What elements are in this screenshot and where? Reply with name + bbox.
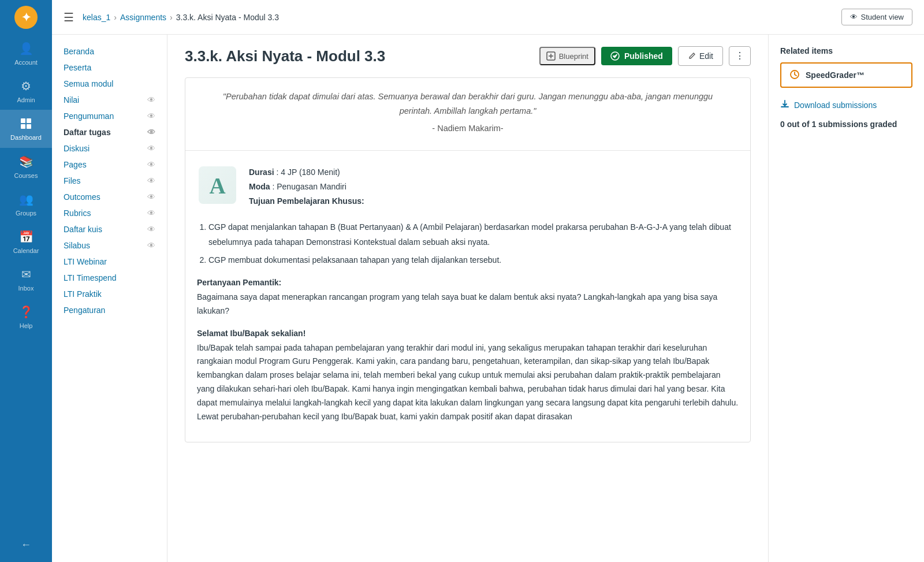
nav-diskusi[interactable]: Diskusi 👁: [52, 140, 167, 157]
topbar-right: 👁 Student view: [841, 9, 912, 25]
logo-icon: ✦: [14, 6, 38, 29]
durasi-line: Durasi : 4 JP (180 Menit): [249, 165, 364, 180]
breadcrumb-separator-2: ›: [170, 13, 173, 22]
nav-pages[interactable]: Pages 👁: [52, 157, 167, 173]
sidebar-item-help[interactable]: ❓ Help: [0, 298, 52, 336]
assignment-icon-block: A: [197, 165, 237, 206]
detail-header: A Durasi : 4 JP (180 Menit) Moda: [197, 165, 739, 209]
assignment-header: 3.3.k. Aksi Nyata - Modul 3.3 Blueprint: [185, 46, 751, 66]
sidebar-collapse-button[interactable]: ←: [0, 533, 52, 556]
nav-lti-timespend[interactable]: LTI Timespend: [52, 270, 167, 286]
published-button[interactable]: Published: [601, 47, 672, 65]
sidebar-item-account[interactable]: 👤 Account: [0, 35, 52, 72]
quote-section: "Perubahan tidak dapat dimulai dari atas…: [185, 78, 750, 151]
sidebar-item-admin-label: Admin: [17, 96, 35, 104]
course-nav: Beranda Peserta Semua modul Nilai 👁 Peng…: [52, 35, 167, 562]
courses-icon: 📚: [18, 154, 34, 170]
page-content: 3.3.k. Aksi Nyata - Modul 3.3 Blueprint: [167, 35, 924, 562]
topbar: ☰ kelas_1 › Assignments › 3.3.k. Aksi Ny…: [52, 0, 924, 35]
student-view-button[interactable]: 👁 Student view: [841, 9, 912, 25]
sidebar-item-groups[interactable]: 👥 Groups: [0, 185, 52, 223]
nav-lti-praktik[interactable]: LTI Praktik: [52, 286, 167, 302]
outcomes-eye-icon: 👁: [147, 192, 155, 202]
nav-nilai[interactable]: Nilai 👁: [52, 92, 167, 108]
nav-semua-modul[interactable]: Semua modul: [52, 76, 167, 92]
nav-files[interactable]: Files 👁: [52, 173, 167, 189]
download-submissions-link[interactable]: Download submissions: [780, 96, 912, 114]
breadcrumb: kelas_1 › Assignments › 3.3.k. Aksi Nyat…: [83, 13, 279, 22]
sidebar-item-inbox[interactable]: ✉ Inbox: [0, 260, 52, 298]
breadcrumb-current: 3.3.k. Aksi Nyata - Modul 3.3: [176, 13, 279, 22]
speedgrader-icon: [789, 69, 801, 81]
moda-line: Moda : Penugasan Mandiri: [249, 180, 364, 194]
nav-pengaturan[interactable]: Pengaturan: [52, 302, 167, 318]
sidebar-item-calendar-label: Calendar: [13, 247, 39, 255]
nav-lti-webinar[interactable]: LTI Webinar: [52, 254, 167, 270]
right-panel: Related items SpeedGrader™: [768, 35, 924, 562]
assignment-main: 3.3.k. Aksi Nyata - Modul 3.3 Blueprint: [167, 35, 768, 562]
sidebar-item-dashboard[interactable]: Dashboard: [0, 110, 52, 147]
nav-peserta[interactable]: Peserta: [52, 59, 167, 76]
inbox-icon: ✉: [18, 266, 34, 282]
blueprint-icon: [546, 51, 556, 61]
nav-daftar-tugas[interactable]: Daftar tugas 👁: [52, 124, 167, 140]
quote-text: "Perubahan tidak dapat dimulai dari atas…: [208, 90, 727, 118]
edit-icon: [688, 52, 696, 60]
svg-rect-3: [27, 124, 31, 129]
assignment-details: A Durasi : 4 JP (180 Menit) Moda: [185, 151, 750, 442]
detail-text: Durasi : 4 JP (180 Menit) Moda : Penugas…: [249, 165, 364, 209]
blueprint-button[interactable]: Blueprint: [539, 47, 595, 65]
main-container: ☰ kelas_1 › Assignments › 3.3.k. Aksi Ny…: [52, 0, 924, 562]
student-view-icon: 👁: [850, 13, 858, 21]
speedgrader-button[interactable]: SpeedGrader™: [780, 62, 912, 88]
sidebar-item-groups-label: Groups: [16, 210, 36, 217]
edit-button[interactable]: Edit: [678, 46, 723, 66]
admin-icon: ⚙: [18, 78, 34, 94]
student-view-label: Student view: [861, 13, 904, 21]
sidebar-item-courses-label: Courses: [14, 172, 38, 180]
related-items-title: Related items: [780, 46, 912, 55]
learning-list: CGP dapat menjalankan tahapan B (Buat Pe…: [208, 220, 739, 267]
hamburger-button[interactable]: ☰: [64, 10, 74, 24]
nav-outcomes[interactable]: Outcomes 👁: [52, 189, 167, 205]
svg-text:A: A: [209, 173, 225, 198]
selamat-text: Ibu/Bapak telah sampai pada tahapan pemb…: [197, 341, 739, 424]
silabus-eye-icon: 👁: [147, 241, 155, 250]
sidebar-item-calendar[interactable]: 📅 Calendar: [0, 223, 52, 260]
nav-beranda[interactable]: Beranda: [52, 43, 167, 59]
selamat-heading: Selamat Ibu/Bapak sekalian!: [197, 329, 739, 338]
sidebar-item-inbox-label: Inbox: [18, 285, 34, 292]
sidebar-item-courses[interactable]: 📚 Courses: [0, 148, 52, 185]
breadcrumb-course[interactable]: kelas_1: [83, 13, 110, 22]
nilai-eye-icon: 👁: [147, 95, 155, 105]
nav-rubrics[interactable]: Rubrics 👁: [52, 205, 167, 221]
download-submissions-label: Download submissions: [794, 101, 877, 110]
list-item: CGP dapat menjalankan tahapan B (Buat Pe…: [208, 220, 739, 249]
pages-eye-icon: 👁: [147, 160, 155, 169]
assignment-letter-icon: A: [199, 166, 236, 204]
quote-author: - Nadiem Makarim-: [208, 121, 727, 136]
sidebar-item-dashboard-label: Dashboard: [10, 134, 42, 142]
daftar-kuis-eye-icon: 👁: [147, 225, 155, 234]
nav-silabus[interactable]: Silabus 👁: [52, 237, 167, 254]
nav-pengumuman[interactable]: Pengumuman 👁: [52, 108, 167, 124]
collapse-icon: ←: [21, 539, 31, 551]
sidebar-item-admin[interactable]: ⚙ Admin: [0, 72, 52, 110]
svg-rect-0: [21, 118, 25, 123]
breadcrumb-section[interactable]: Assignments: [120, 13, 166, 22]
published-checkmark-icon: [610, 51, 620, 61]
calendar-icon: 📅: [18, 229, 34, 245]
sidebar: ✦ 👤 Account ⚙ Admin Dashboard 📚 Courses …: [0, 0, 52, 562]
list-item: CGP membuat dokumentasi pelaksanaan taha…: [208, 253, 739, 267]
diskusi-eye-icon: 👁: [147, 144, 155, 153]
sidebar-logo: ✦: [0, 0, 52, 35]
nav-daftar-kuis[interactable]: Daftar kuis 👁: [52, 221, 167, 237]
more-icon: ⋮: [735, 51, 744, 61]
assignment-card: "Perubahan tidak dapat dimulai dari atas…: [185, 77, 751, 442]
dashboard-icon: [18, 116, 34, 132]
more-options-button[interactable]: ⋮: [729, 46, 751, 66]
assignment-title: 3.3.k. Aksi Nyata - Modul 3.3: [185, 47, 531, 65]
rubrics-eye-icon: 👁: [147, 209, 155, 218]
sidebar-item-help-label: Help: [20, 322, 33, 330]
sidebar-item-account-label: Account: [14, 59, 38, 66]
